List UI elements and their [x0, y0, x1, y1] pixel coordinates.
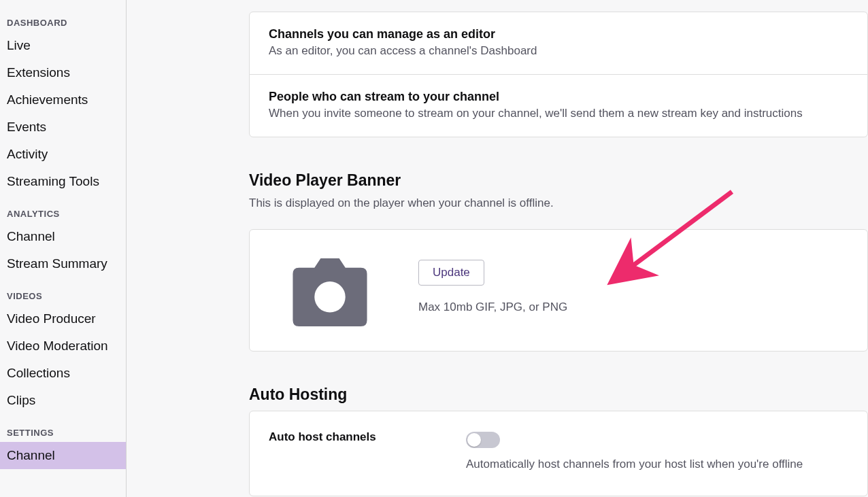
banner-card: Update Max 10mb GIF, JPG, or PNG — [249, 229, 868, 352]
sidebar-item-streaming-tools[interactable]: Streaming Tools — [0, 168, 126, 195]
update-button[interactable]: Update — [418, 260, 484, 286]
sidebar-item-achievements[interactable]: Achievements — [0, 86, 126, 114]
sidebar-item-live[interactable]: Live — [0, 32, 126, 59]
section-title-autohost: Auto Hosting — [249, 385, 868, 404]
banner-controls: Update Max 10mb GIF, JPG, or PNG — [418, 247, 567, 314]
nav-group-dashboard: DASHBOARD Live Extensions Achievements E… — [0, 14, 126, 195]
sidebar-item-collections[interactable]: Collections — [0, 360, 126, 387]
autohost-card: Auto host channels Automatically host ch… — [249, 411, 868, 496]
banner-hint: Max 10mb GIF, JPG, or PNG — [418, 301, 567, 314]
nav-header-analytics: ANALYTICS — [0, 205, 126, 223]
nav-group-videos: VIDEOS Video Producer Video Moderation C… — [0, 287, 126, 414]
nav-header-settings: SETTINGS — [0, 424, 126, 442]
sidebar-item-stream-summary[interactable]: Stream Summary — [0, 250, 126, 277]
card-stream-permissions[interactable]: People who can stream to your channel Wh… — [249, 74, 868, 137]
section-desc-banner: This is displayed on the player when you… — [249, 196, 868, 210]
autohost-label: Auto host channels — [269, 430, 405, 444]
nav-group-analytics: ANALYTICS Channel Stream Summary — [0, 205, 126, 277]
camera-icon — [293, 258, 367, 326]
nav-group-settings: SETTINGS Channel — [0, 424, 126, 469]
card-desc-stream: When you invite someone to stream on you… — [269, 107, 848, 120]
sidebar-item-clips[interactable]: Clips — [0, 387, 126, 414]
sidebar: DASHBOARD Live Extensions Achievements E… — [0, 0, 127, 497]
section-title-banner: Video Player Banner — [249, 171, 868, 190]
sidebar-item-activity[interactable]: Activity — [0, 141, 126, 168]
card-title-stream: People who can stream to your channel — [269, 90, 848, 104]
sidebar-item-video-moderation[interactable]: Video Moderation — [0, 332, 126, 360]
sidebar-item-channel-settings[interactable]: Channel — [0, 442, 126, 469]
nav-header-dashboard: DASHBOARD — [0, 14, 126, 32]
autohost-toggle[interactable] — [466, 432, 500, 448]
card-title-editor: Channels you can manage as an editor — [269, 27, 848, 41]
sidebar-item-channel-analytics[interactable]: Channel — [0, 223, 126, 250]
sidebar-item-video-producer[interactable]: Video Producer — [0, 305, 126, 332]
banner-placeholder — [289, 247, 371, 326]
sidebar-item-extensions[interactable]: Extensions — [0, 59, 126, 86]
nav-header-videos: VIDEOS — [0, 287, 126, 305]
sidebar-item-events[interactable]: Events — [0, 114, 126, 141]
card-desc-editor: As an editor, you can access a channel's… — [269, 44, 848, 58]
toggle-knob — [467, 433, 481, 447]
card-editor-channels[interactable]: Channels you can manage as an editor As … — [249, 12, 868, 75]
autohost-desc: Automatically host channels from your ho… — [466, 458, 848, 471]
svg-point-0 — [314, 281, 345, 312]
main-content: Channels you can manage as an editor As … — [127, 0, 868, 497]
